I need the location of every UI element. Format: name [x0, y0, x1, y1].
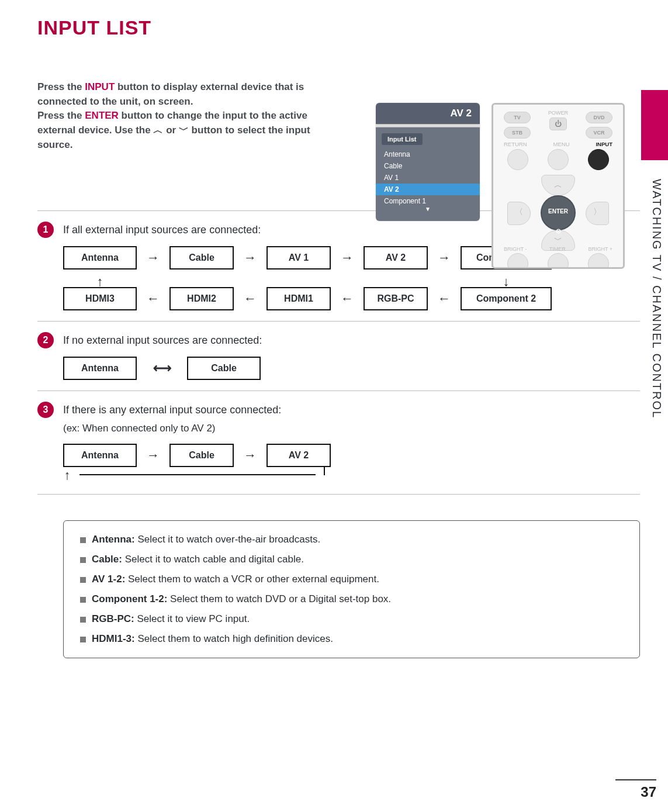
flow-box: HDMI1	[266, 287, 331, 310]
osd-item[interactable]: Component 1	[376, 195, 480, 207]
flow-box: Antenna	[63, 357, 137, 380]
flow-box: HDMI2	[169, 287, 234, 310]
page-title: INPUT LIST	[37, 16, 640, 39]
step-title-3: If there is any external input source co…	[63, 404, 281, 416]
square-bullet-icon	[80, 597, 86, 603]
step-subtitle-3: (ex: When connected only to AV 2)	[63, 423, 640, 434]
chevron-up-icon: ︿	[153, 125, 163, 136]
hl-enter: ENTER	[85, 110, 119, 121]
square-bullet-icon	[80, 577, 86, 583]
step-title-1: If all external input sources are connec…	[63, 224, 261, 236]
flow-box: Cable	[169, 444, 234, 467]
remote-menu-label: MENU	[553, 141, 570, 147]
step-bullet-2: 2	[37, 332, 54, 348]
flow-box: Cable	[187, 357, 261, 380]
hl-input: INPUT	[85, 81, 115, 92]
square-bullet-icon	[80, 617, 86, 623]
flow-box: RGB-PC	[364, 287, 428, 310]
loop-line	[79, 467, 316, 475]
remote-power-button[interactable]: ⏻	[549, 118, 567, 130]
remote-enter-button[interactable]: ENTER	[541, 195, 576, 230]
arrow-right-icon: →	[339, 251, 355, 264]
square-bullet-icon	[80, 537, 86, 543]
info-item: Cable: Select it to watch cable and digi…	[80, 554, 623, 565]
arrow-left-icon: ←	[242, 292, 258, 305]
osd-item-selected[interactable]: AV 2	[376, 184, 480, 195]
info-item: Component 1-2: Select them to watch DVD …	[80, 593, 623, 605]
step-bullet-1: 1	[37, 222, 54, 238]
flow-box: HDMI3	[63, 287, 137, 310]
remote-pill-stb[interactable]: STB	[504, 127, 531, 139]
flow-box: Component 2	[461, 287, 552, 310]
remote-left-button[interactable]: 〈	[507, 202, 531, 225]
flow-box: Cable	[169, 246, 234, 269]
section-side-title: WATCHING TV / CHANNEL CONTROL	[647, 179, 663, 495]
remote-return-label: RETURN	[504, 141, 527, 147]
square-bullet-icon	[80, 637, 86, 642]
osd-item[interactable]: Cable	[376, 160, 480, 172]
page-edge-tab	[641, 90, 668, 160]
arrow-right-icon: →	[145, 449, 161, 462]
info-item: AV 1-2: Select them to watch a VCR or ot…	[80, 573, 623, 585]
remote-bright-minus-button[interactable]	[507, 253, 528, 269]
info-box: Antenna: Select it to watch over-the-air…	[63, 520, 640, 658]
remote-timer-button[interactable]	[548, 253, 569, 269]
chevron-down-icon: ﹀	[179, 125, 189, 136]
arrow-both-icon: ⟷	[145, 362, 179, 375]
remote-navpad: ︿ ﹀ 〈 〉 ENTER	[507, 175, 609, 251]
info-item: RGB-PC: Select it to view PC input.	[80, 613, 623, 625]
arrow-right-icon: →	[145, 251, 161, 264]
arrow-right-icon: →	[242, 251, 258, 264]
info-item: HDMI1-3: Select them to watch high defin…	[80, 633, 623, 645]
remote-pill-vcr[interactable]: VCR	[586, 127, 612, 139]
osd-item[interactable]: Antenna	[376, 148, 480, 160]
flow-box: Antenna	[63, 246, 137, 269]
flow-box: AV 1	[266, 246, 331, 269]
remote-return-button[interactable]	[507, 149, 528, 170]
remote-input-button[interactable]	[588, 149, 609, 170]
osd-panel: AV 2 Input List Antenna Cable AV 1 AV 2 …	[376, 103, 480, 221]
remote-bright-plus-label: BRIGHT +	[588, 246, 612, 252]
remote-input-label: INPUT	[596, 141, 612, 147]
osd-item[interactable]: AV 1	[376, 172, 480, 184]
remote-illustration: TV DVD STB VCR POWER ⏻ RETURN MENU INPUT…	[492, 103, 625, 269]
remote-right-button[interactable]: 〉	[586, 202, 609, 225]
remote-bright-minus-label: BRIGHT -	[504, 246, 527, 252]
flow-box: Antenna	[63, 444, 137, 467]
section-2: 2 If no external input sources are conne…	[37, 332, 640, 380]
osd-title: Input List	[382, 133, 423, 145]
info-item: Antenna: Select it to watch over-the-air…	[80, 534, 623, 545]
arrow-up-icon: ↑	[63, 467, 71, 483]
square-bullet-icon	[80, 557, 86, 563]
page-number: 37	[615, 779, 656, 800]
remote-bright-plus-button[interactable]	[588, 253, 609, 269]
remote-timer-label: TIMER	[549, 246, 566, 252]
arrow-left-icon: ←	[436, 292, 452, 305]
arrow-right-icon: →	[242, 449, 258, 462]
step-bullet-3: 3	[37, 402, 54, 418]
step-title-2: If no external input sources are connect…	[63, 334, 262, 347]
remote-up-button[interactable]: ︿	[541, 175, 575, 196]
remote-power-label: POWER	[493, 110, 623, 116]
flow-box: AV 2	[266, 444, 331, 467]
arrow-left-icon: ←	[145, 292, 161, 305]
remote-menu-button[interactable]	[548, 149, 569, 170]
loop-drop	[324, 467, 325, 475]
section-3: 3 If there is any external input source …	[37, 402, 640, 483]
osd-header: AV 2	[376, 103, 480, 124]
arrow-left-icon: ←	[339, 292, 355, 305]
osd-more-indicator: ▼	[376, 207, 480, 212]
intro-text: Press the INPUT button to display extern…	[37, 80, 341, 152]
